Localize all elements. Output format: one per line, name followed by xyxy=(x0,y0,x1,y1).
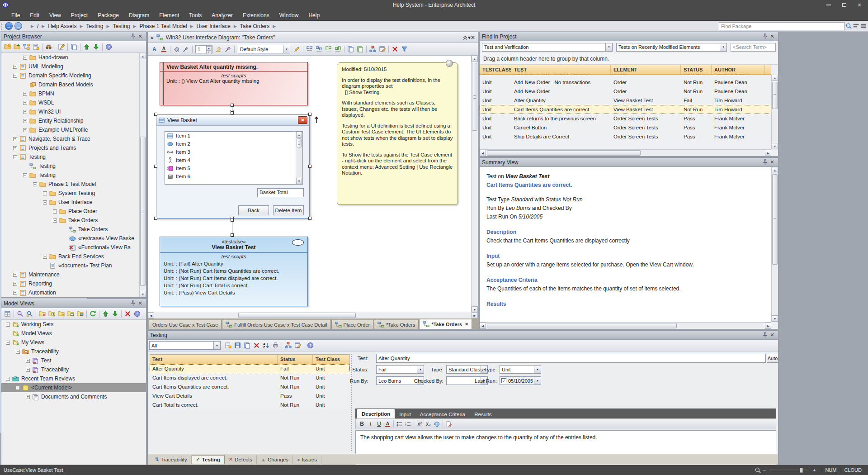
maximize-button[interactable] xyxy=(836,0,852,10)
basket-item-item-1[interactable]: Item 1 xyxy=(165,132,302,140)
layout2-button[interactable] xyxy=(314,45,324,54)
menu-package[interactable]: Package xyxy=(93,10,124,21)
summary-vscrollbar[interactable]: ▲ ▼ xyxy=(771,167,778,322)
group-by-hint[interactable]: Drag a column header here to group by th… xyxy=(480,53,778,65)
up-button[interactable] xyxy=(82,43,91,52)
expand-icon[interactable]: + xyxy=(43,191,47,195)
expand-icon[interactable]: + xyxy=(53,209,57,214)
detail-tab-description[interactable]: Description xyxy=(357,409,395,418)
tree-item-automation[interactable]: +Automation xyxy=(1,288,139,297)
basket-total-field[interactable]: Basket Total xyxy=(257,188,304,197)
close-red-button[interactable] xyxy=(123,309,132,318)
funnel-button[interactable] xyxy=(400,45,409,54)
close-button[interactable]: ✕ xyxy=(852,0,867,10)
diagram-tab--take-orders[interactable]: *Take Orders xyxy=(374,320,419,329)
props-edit-button[interactable] xyxy=(293,341,302,350)
pin-icon[interactable] xyxy=(761,33,769,40)
tests-column-test[interactable]: Test xyxy=(150,355,278,364)
tests-table-row[interactable]: Cart Total is correct.Not RunUnit xyxy=(150,400,350,409)
connector-handle[interactable] xyxy=(231,104,234,107)
menu-help[interactable]: Help xyxy=(303,10,325,21)
basket-item-item-3[interactable]: Item 3 xyxy=(165,148,302,156)
find-table-row[interactable]: UnitCancel ButtonOrder Screen TestsPassF… xyxy=(480,123,771,132)
breadcrumb-item[interactable]: Help Assets xyxy=(48,23,76,29)
tree-item-domain-based-models[interactable]: −Domain Based Models xyxy=(1,80,139,89)
close-diagram-icon[interactable]: ✕ xyxy=(471,34,475,41)
find-table-row[interactable]: UnitAlter QuantityView Basket TestFailTi… xyxy=(480,96,771,105)
close-red-button[interactable] xyxy=(252,341,261,350)
tree-item-example-umlprofile[interactable]: +Example UMLProfile xyxy=(1,125,139,134)
tests-table-row[interactable]: Cart Items displayed are correct.Not Run… xyxy=(150,373,350,382)
expand-icon[interactable]: + xyxy=(26,395,30,399)
summary-hscrollbar[interactable]: ◀ ▶ xyxy=(480,322,771,329)
tree-item-traceability[interactable]: −Traceability xyxy=(1,347,146,356)
basket-item-item-6[interactable]: Item 6 xyxy=(165,172,302,180)
pencil-button[interactable] xyxy=(292,45,302,54)
panel-tab-changes[interactable]: ▲Changes xyxy=(257,455,293,464)
tree-item-wsdl[interactable]: +WSDL xyxy=(1,98,139,107)
window-close-icon[interactable]: ✕ xyxy=(298,116,307,124)
note-element[interactable]: Modified: 5/10/2015In order to display t… xyxy=(337,62,458,205)
selection-handle[interactable] xyxy=(308,165,311,168)
menu-tools[interactable]: Tools xyxy=(184,10,207,21)
tree-item-system-testing[interactable]: +System Testing xyxy=(1,189,139,198)
pin-icon[interactable] xyxy=(129,33,137,40)
zoom-in-button[interactable]: + xyxy=(811,467,817,473)
expand-icon[interactable]: + xyxy=(13,137,17,141)
selection-handle[interactable] xyxy=(154,165,157,168)
tree-item-test[interactable]: +Test xyxy=(1,356,146,365)
tree-item-win32-ui[interactable]: +Win32 UI xyxy=(1,107,139,116)
style-combo[interactable]: Default Style▼ xyxy=(238,45,290,53)
search-a-button[interactable] xyxy=(15,309,25,318)
tree-item-domain-specific-modeling[interactable]: −Domain Specific Modeling xyxy=(1,71,139,80)
diagram-vscrollbar[interactable]: ▲ ▼ xyxy=(471,56,478,313)
zoom-spinbox[interactable]: 1▲▼ xyxy=(195,45,212,53)
selection-handle[interactable] xyxy=(308,113,311,116)
tests-column-status[interactable]: Status xyxy=(278,355,313,364)
test-field[interactable]: Alter Quantity xyxy=(376,354,766,363)
expand-icon[interactable]: + xyxy=(23,56,27,60)
copy-button[interactable] xyxy=(69,43,79,52)
breadcrumb-item[interactable]: Phase 1 Test Model xyxy=(139,23,187,29)
tree-item-traceability[interactable]: +Traceability xyxy=(1,365,146,374)
panel-tab-testing[interactable]: ✓Testing xyxy=(192,455,225,464)
up-button[interactable] xyxy=(101,309,110,318)
copy2-button[interactable] xyxy=(355,45,365,54)
minimize-button[interactable] xyxy=(821,0,836,10)
close-panel-icon[interactable]: ✕ xyxy=(769,159,776,166)
expand-icon[interactable]: + xyxy=(23,119,27,123)
tree-item-take-orders[interactable]: −Take Orders xyxy=(1,225,139,234)
help-button[interactable]: ? xyxy=(306,341,315,350)
chevron-right-icon[interactable]: » xyxy=(151,34,154,41)
collapse-icon[interactable]: − xyxy=(6,341,10,345)
ui-test-element[interactable]: View Basket Alter quantity missing. test… xyxy=(160,62,308,105)
breadcrumb-item[interactable]: Take Orders xyxy=(240,23,269,29)
panel-tab-traceability[interactable]: ⇅Traceability xyxy=(151,455,192,464)
tree-item-navigate-search-trace[interactable]: +Navigate, Search & Trace xyxy=(1,134,139,143)
folder-search-button[interactable] xyxy=(47,309,57,318)
tree-item-my-views[interactable]: −My Views xyxy=(1,338,146,347)
tree-item-maintenance[interactable]: +Maintenance xyxy=(1,270,139,279)
diagram-tab--take-orders[interactable]: *Take Orders✕ xyxy=(419,319,472,329)
detail-tab-input[interactable]: Input xyxy=(395,410,415,418)
tree-item-uml-modeling[interactable]: +UML Modeling xyxy=(1,62,139,71)
find-package-input[interactable] xyxy=(719,22,844,30)
edit-button[interactable] xyxy=(57,43,66,52)
collapse-icon[interactable]: − xyxy=(53,218,57,223)
basket-listbox[interactable]: ▲ ▼ Item 1Item 2Item 3Item 4Item 5Item 6 xyxy=(165,131,303,185)
copy-button[interactable] xyxy=(242,341,252,350)
collapse-icon[interactable]: − xyxy=(13,155,17,159)
menu-extensions[interactable]: Extensions xyxy=(238,10,274,21)
zoom-slider[interactable] xyxy=(770,469,808,471)
last-run-checkbox[interactable]: ✓ xyxy=(501,378,506,383)
detail-tab-acceptance-criteria[interactable]: Acceptance Criteria xyxy=(415,410,470,418)
find-table-row[interactable]: UnitBack returns to the previous screenO… xyxy=(480,114,771,123)
folder-star2-button[interactable] xyxy=(57,309,66,318)
expand-icon[interactable]: + xyxy=(13,146,17,150)
folder-plus-button[interactable] xyxy=(12,43,22,52)
collapse-icon[interactable]: − xyxy=(16,350,20,354)
class-type-combo[interactable]: Unit▼ xyxy=(500,365,541,374)
diagram-tab-place-order[interactable]: Place Order xyxy=(331,320,374,329)
menu-window[interactable]: Window xyxy=(274,10,304,21)
layout-button[interactable] xyxy=(305,45,314,54)
